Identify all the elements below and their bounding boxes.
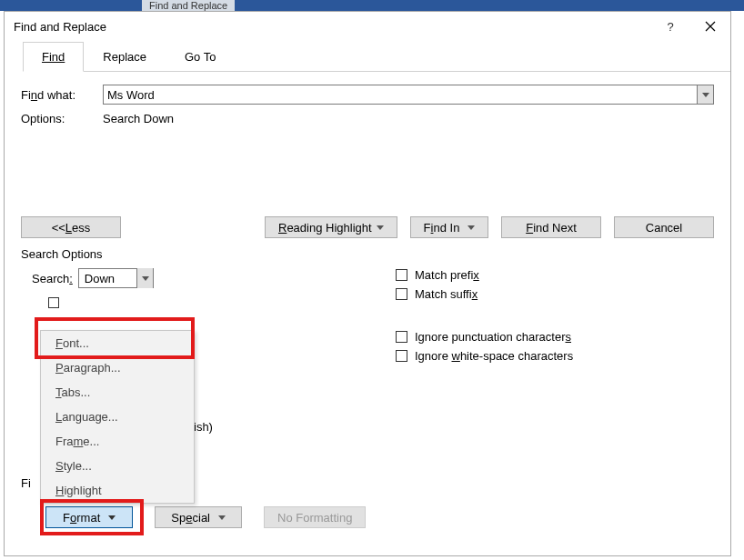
search-direction-select[interactable]: Down: [78, 268, 154, 288]
format-menu: Font... Paragraph... Tabs... Language...…: [40, 330, 195, 504]
ignore-punctuation-checkbox[interactable]: Ignore punctuation characters: [396, 330, 714, 344]
tab-replace[interactable]: Replace: [84, 42, 166, 72]
chevron-down-icon: [108, 515, 116, 520]
menu-font[interactable]: Font...: [41, 331, 194, 355]
menu-tabs[interactable]: Tabs...: [41, 380, 194, 405]
menu-style[interactable]: Style...: [41, 454, 194, 478]
chevron-down-icon: [702, 93, 709, 97]
menu-frame[interactable]: Frame...: [41, 429, 194, 454]
search-options-label: Search Options: [5, 245, 730, 263]
find-what-input[interactable]: [103, 85, 698, 105]
find-what-label: Find what:: [21, 88, 103, 102]
background-tab-title: Find and Replace: [142, 0, 235, 11]
tab-goto[interactable]: Go To: [166, 42, 235, 72]
less-button[interactable]: << Less: [21, 216, 121, 238]
close-button[interactable]: [690, 12, 730, 41]
chevron-down-icon: [142, 276, 149, 281]
menu-highlight[interactable]: Highlight: [41, 478, 194, 503]
options-value: Search Down: [103, 112, 174, 125]
chevron-down-icon: [468, 225, 475, 230]
close-icon: [705, 21, 716, 32]
chevron-down-icon: [218, 515, 226, 520]
chevron-down-icon: [377, 225, 384, 230]
find-replace-dialog: Find and Replace ? Find Replace Go To Fi…: [4, 11, 731, 556]
no-formatting-button: No Formatting: [264, 506, 366, 528]
search-direction-label: Search:: [32, 272, 73, 285]
ignore-whitespace-checkbox[interactable]: Ignore white-space characters: [396, 349, 714, 363]
cancel-button[interactable]: Cancel: [614, 216, 714, 238]
find-what-dropdown[interactable]: [698, 85, 714, 105]
title-bar: Find and Replace ?: [5, 12, 730, 41]
menu-language[interactable]: Language...: [41, 405, 194, 429]
partial-text-fragment: ish): [194, 420, 213, 434]
help-button[interactable]: ?: [650, 12, 690, 41]
match-suffix-checkbox[interactable]: Match suffix: [396, 287, 714, 301]
tab-find[interactable]: Find: [23, 42, 84, 72]
find-section-label: Fi: [21, 476, 31, 490]
find-in-button[interactable]: Find In: [410, 216, 488, 238]
options-label: Options:: [21, 112, 103, 125]
format-button[interactable]: Format: [45, 506, 133, 528]
partial-checkbox[interactable]: [48, 297, 59, 308]
reading-highlight-button[interactable]: Reading Highlight: [265, 216, 397, 238]
find-next-button[interactable]: Find Next: [501, 216, 601, 238]
special-button[interactable]: Special: [155, 506, 242, 528]
match-prefix-checkbox[interactable]: Match prefix: [396, 268, 714, 282]
tab-strip: Find Replace Go To: [23, 41, 730, 72]
dialog-title: Find and Replace: [14, 20, 650, 34]
menu-paragraph[interactable]: Paragraph...: [41, 355, 194, 380]
